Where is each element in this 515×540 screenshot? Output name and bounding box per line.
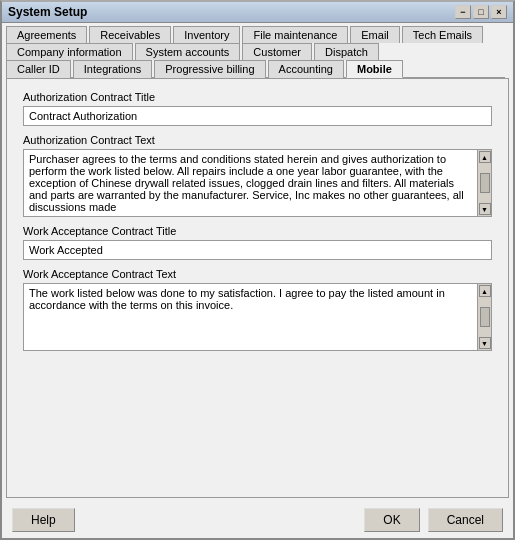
- work-accept-title-input[interactable]: [23, 240, 492, 260]
- tab-accounting[interactable]: Accounting: [268, 60, 344, 78]
- tab-file-maintenance[interactable]: File maintenance: [242, 26, 348, 43]
- close-button[interactable]: ×: [491, 5, 507, 19]
- auth-contract-text-textarea[interactable]: [23, 149, 478, 217]
- window-title: System Setup: [8, 5, 87, 19]
- work-accept-text-wrapper: ▲ ▼: [23, 283, 492, 351]
- tab-caller-id[interactable]: Caller ID: [6, 60, 71, 78]
- tab-company-information[interactable]: Company information: [6, 43, 133, 60]
- auth-contract-title-input[interactable]: [23, 106, 492, 126]
- footer: Help OK Cancel: [2, 502, 513, 538]
- scroll-thumb[interactable]: [480, 173, 490, 193]
- maximize-button[interactable]: □: [473, 5, 489, 19]
- auth-contract-text-group: Authorization Contract Text ▲ ▼: [23, 134, 492, 217]
- tab-email[interactable]: Email: [350, 26, 400, 43]
- auth-contract-title-label: Authorization Contract Title: [23, 91, 492, 103]
- ok-button[interactable]: OK: [364, 508, 419, 532]
- tab-agreements[interactable]: Agreements: [6, 26, 87, 43]
- work-accept-title-label: Work Acceptance Contract Title: [23, 225, 492, 237]
- content-area: Authorization Contract Title Authorizati…: [6, 78, 509, 498]
- tab-tech-emails[interactable]: Tech Emails: [402, 26, 483, 43]
- work-accept-text-group: Work Acceptance Contract Text ▲ ▼: [23, 268, 492, 351]
- tab-integrations[interactable]: Integrations: [73, 60, 152, 78]
- auth-contract-scrollbar: ▲ ▼: [478, 149, 492, 217]
- cancel-button[interactable]: Cancel: [428, 508, 503, 532]
- title-bar-buttons: − □ ×: [455, 5, 507, 19]
- scroll-thumb-2[interactable]: [480, 307, 490, 327]
- minimize-button[interactable]: −: [455, 5, 471, 19]
- tabs-container: Agreements Receivables Inventory File ma…: [2, 23, 513, 78]
- tab-mobile[interactable]: Mobile: [346, 60, 403, 78]
- scroll-down-arrow-2[interactable]: ▼: [479, 337, 491, 349]
- tab-dispatch[interactable]: Dispatch: [314, 43, 379, 60]
- auth-contract-text-label: Authorization Contract Text: [23, 134, 492, 146]
- footer-right-buttons: OK Cancel: [364, 508, 503, 532]
- auth-contract-text-wrapper: ▲ ▼: [23, 149, 492, 217]
- work-accept-text-textarea[interactable]: [23, 283, 478, 351]
- scroll-up-arrow-2[interactable]: ▲: [479, 285, 491, 297]
- title-bar: System Setup − □ ×: [2, 2, 513, 23]
- help-button[interactable]: Help: [12, 508, 75, 532]
- work-accept-scrollbar: ▲ ▼: [478, 283, 492, 351]
- tab-row-1: Agreements Receivables Inventory File ma…: [6, 25, 509, 42]
- tab-customer[interactable]: Customer: [242, 43, 312, 60]
- main-window: System Setup − □ × Agreements Receivable…: [0, 0, 515, 540]
- tab-receivables[interactable]: Receivables: [89, 26, 171, 43]
- tab-row-3: Caller ID Integrations Progressive billi…: [6, 59, 509, 77]
- scroll-up-arrow[interactable]: ▲: [479, 151, 491, 163]
- tab-progressive-billing[interactable]: Progressive billing: [154, 60, 265, 78]
- tab-inventory[interactable]: Inventory: [173, 26, 240, 43]
- tab-row-2: Company information System accounts Cust…: [6, 42, 509, 59]
- work-accept-text-label: Work Acceptance Contract Text: [23, 268, 492, 280]
- work-accept-title-group: Work Acceptance Contract Title: [23, 225, 492, 260]
- auth-contract-title-group: Authorization Contract Title: [23, 91, 492, 126]
- scroll-down-arrow[interactable]: ▼: [479, 203, 491, 215]
- tab-system-accounts[interactable]: System accounts: [135, 43, 241, 60]
